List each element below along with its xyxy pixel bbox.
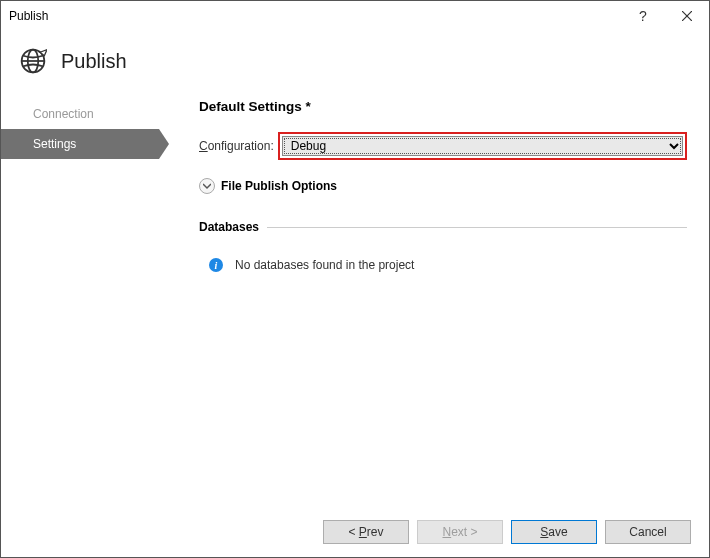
close-icon: [682, 11, 692, 21]
databases-label: Databases: [199, 220, 259, 234]
chevron-down-icon: [199, 178, 215, 194]
help-icon: ?: [639, 8, 647, 24]
expander-label: File Publish Options: [221, 179, 337, 193]
file-publish-options-expander[interactable]: File Publish Options: [199, 178, 687, 194]
configuration-row: Configuration: Debug: [199, 132, 687, 160]
sidebar-item-label: Connection: [33, 107, 94, 121]
page-title: Publish: [61, 50, 127, 73]
window-title: Publish: [9, 9, 48, 23]
section-title: Default Settings *: [199, 99, 687, 114]
wizard-sidebar: Connection Settings: [1, 99, 159, 499]
help-button[interactable]: ?: [621, 1, 665, 31]
sidebar-item-connection[interactable]: Connection: [1, 99, 159, 129]
configuration-label: Configuration:: [199, 139, 274, 153]
configuration-highlight: Debug: [278, 132, 687, 160]
databases-section-header: Databases: [199, 220, 687, 234]
databases-message: No databases found in the project: [235, 258, 414, 272]
settings-panel: Default Settings * Configuration: Debug …: [159, 99, 709, 499]
databases-message-row: i No databases found in the project: [199, 258, 687, 272]
prev-button[interactable]: < Prev: [323, 520, 409, 544]
cancel-button[interactable]: Cancel: [605, 520, 691, 544]
globe-icon: [19, 47, 47, 75]
sidebar-item-settings[interactable]: Settings: [1, 129, 159, 159]
info-icon: i: [209, 258, 223, 272]
dialog-header: Publish: [1, 31, 709, 99]
next-button: Next >: [417, 520, 503, 544]
dialog-footer: < Prev Next > Save Cancel: [1, 507, 709, 557]
close-button[interactable]: [665, 1, 709, 31]
title-bar: Publish ?: [1, 1, 709, 31]
sidebar-item-label: Settings: [33, 137, 76, 151]
configuration-select[interactable]: Debug: [282, 136, 683, 156]
divider: [267, 227, 687, 228]
save-button[interactable]: Save: [511, 520, 597, 544]
